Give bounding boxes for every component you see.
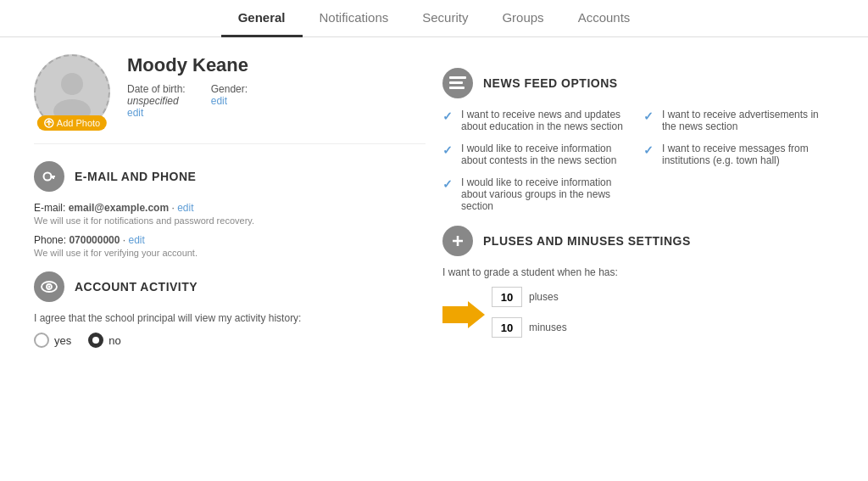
orange-arrow-icon <box>442 299 485 330</box>
radio-no-label: no <box>108 334 120 347</box>
svg-rect-11 <box>449 76 466 79</box>
checkbox-item-4: ✓ I want to receive messages from instit… <box>643 143 834 166</box>
email-edit-link[interactable]: edit <box>177 202 193 214</box>
checkbox-label-4: I want to receive messages from institut… <box>662 143 834 166</box>
avatar-silhouette <box>47 67 97 118</box>
profile-section: Add Photo Moody Keane Date of birth: uns… <box>34 54 426 144</box>
activity-radio-group: yes no <box>34 333 426 348</box>
svg-rect-13 <box>449 87 465 89</box>
checkbox-label-2: I want to receive advertisements in the … <box>662 109 834 132</box>
profile-meta: Date of birth: unspecified edit Gender: … <box>127 83 248 119</box>
minuses-input[interactable] <box>492 317 522 338</box>
news-feed-checkboxes: ✓ I want to receive news and updates abo… <box>442 109 834 212</box>
dob-value: unspecified <box>127 95 179 107</box>
checkbox-item-2: ✓ I want to receive advertisements in th… <box>643 109 834 132</box>
svg-point-10 <box>48 286 51 288</box>
email-phone-icon <box>34 161 64 192</box>
email-row: E-mail: email@example.com · edit We will… <box>34 202 426 226</box>
dob-field: Date of birth: unspecified edit <box>127 83 186 119</box>
grades-with-arrow: pluses minuses <box>442 287 834 343</box>
pluses-label: pluses <box>529 291 559 303</box>
gender-field: Gender: edit <box>211 83 248 119</box>
svg-rect-12 <box>449 81 463 84</box>
radio-yes-circle[interactable] <box>34 333 49 348</box>
svg-marker-16 <box>442 301 485 328</box>
checkbox-label-1: I want to receive news and updates about… <box>461 109 633 132</box>
grade-prompt: I want to grade a student when he has: <box>442 266 834 278</box>
news-feed-header: NEWS FEED OPTIONS <box>442 68 834 98</box>
dob-edit-link[interactable]: edit <box>127 107 143 119</box>
minuses-label: minuses <box>529 322 567 333</box>
checkbox-item-3: ✓ I would like to receive information ab… <box>442 143 633 166</box>
tab-groups[interactable]: Groups <box>485 0 560 37</box>
grades-stack: pluses minuses <box>492 287 567 343</box>
svg-point-0 <box>61 73 83 95</box>
profile-name: Moody Keane <box>127 54 248 76</box>
radio-no-circle[interactable] <box>88 333 103 348</box>
tab-security[interactable]: Security <box>405 0 485 37</box>
radio-yes-label: yes <box>54 334 71 347</box>
checkbox-checked-icon-1[interactable]: ✓ <box>442 109 456 123</box>
pluses-minuses-header: PLUSES AND MINUSES SETTINGS <box>442 226 834 256</box>
phone-subtext: We will use it for verifying your accoun… <box>34 248 426 258</box>
email-subtext: We will use it for notifications and pas… <box>34 215 426 226</box>
gender-label: Gender: <box>211 83 248 95</box>
radio-no[interactable]: no <box>88 333 120 348</box>
upload-icon <box>44 118 54 128</box>
phone-label: Phone: <box>34 234 66 246</box>
svg-point-4 <box>44 173 52 181</box>
activity-icon <box>34 271 64 302</box>
phone-row: Phone: 070000000 · edit We will use it f… <box>34 234 426 258</box>
tab-general[interactable]: General <box>221 0 303 37</box>
checkbox-label-3: I would like to receive information abou… <box>461 143 633 166</box>
checkbox-item-5: ✓ I would like to receive information ab… <box>442 176 633 212</box>
plus-icon <box>451 234 465 248</box>
dob-label: Date of birth: <box>127 83 186 95</box>
nav-tabs: General Notifications Security Groups Ac… <box>0 0 868 37</box>
tab-notifications[interactable]: Notifications <box>303 0 406 37</box>
pluses-row: pluses <box>492 287 567 307</box>
lines-icon <box>449 76 466 90</box>
checkbox-checked-icon-4[interactable]: ✓ <box>643 143 657 157</box>
activity-agree-text: I agree that the school principal will v… <box>34 312 426 324</box>
email-phone-header: E-MAIL AND PHONE <box>34 161 426 192</box>
email-phone-title: E-MAIL AND PHONE <box>75 170 196 183</box>
radio-yes[interactable]: yes <box>34 333 71 348</box>
tab-accounts[interactable]: Accounts <box>561 0 648 37</box>
pluses-minuses-title: PLUSES AND MINUSES SETTINGS <box>483 234 691 248</box>
pluses-input[interactable] <box>492 287 522 307</box>
activity-title: ACCOUNT ACTIVITY <box>75 280 198 294</box>
email-value: email@example.com <box>69 202 169 214</box>
checkbox-checked-icon-3[interactable]: ✓ <box>442 143 456 157</box>
checkbox-checked-icon-2[interactable]: ✓ <box>643 109 657 123</box>
phone-edit-link[interactable]: edit <box>128 234 144 246</box>
phone-value: 070000000 <box>69 234 120 246</box>
checkbox-item-1: ✓ I want to receive news and updates abo… <box>442 109 633 132</box>
pluses-minuses-icon <box>442 226 473 256</box>
avatar-wrapper: Add Photo <box>34 54 110 131</box>
news-feed-title: NEWS FEED OPTIONS <box>483 76 618 90</box>
news-feed-icon <box>442 68 473 98</box>
email-label: E-mail: <box>34 202 65 214</box>
activity-header: ACCOUNT ACTIVITY <box>34 271 426 302</box>
add-photo-button[interactable]: Add Photo <box>37 115 107 131</box>
eye-icon <box>41 281 58 293</box>
gender-edit-link[interactable]: edit <box>211 95 227 107</box>
checkbox-label-5: I would like to receive information abou… <box>461 176 633 212</box>
checkbox-checked-icon-5[interactable]: ✓ <box>442 177 456 191</box>
right-column: NEWS FEED OPTIONS ✓ I want to receive ne… <box>442 54 834 348</box>
key-icon <box>42 169 57 184</box>
left-column: Add Photo Moody Keane Date of birth: uns… <box>34 54 426 348</box>
profile-info: Moody Keane Date of birth: unspecified e… <box>127 54 248 119</box>
minuses-row: minuses <box>492 317 567 338</box>
